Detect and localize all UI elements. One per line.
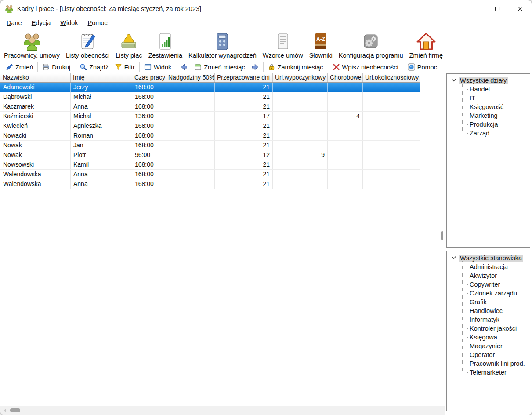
tree-item-operator[interactable]: Operator: [462, 350, 529, 359]
column-header-czas-pracy[interactable]: Czas pracy: [132, 73, 166, 82]
table-row[interactable]: NowakPiotr96:00129: [0, 150, 420, 160]
toolbar-button-zestawienia[interactable]: Zestawienia: [145, 30, 185, 59]
tree-item-akwizytor[interactable]: Akwizytor: [462, 271, 529, 280]
column-header-nadgodziny-50[interactable]: Nadgodziny 50%: [166, 73, 215, 82]
action-button-pomoc[interactable]: Pomoc: [405, 62, 440, 72]
chevron-down-icon[interactable]: [451, 77, 456, 84]
filters-sidebar: Wszystkie działyHandelITKsięgowośćMarket…: [445, 73, 532, 415]
menu-item-widok[interactable]: Widok: [55, 18, 83, 27]
cell-chorobowe: [328, 170, 363, 179]
cell-chorobowe: 4: [328, 112, 363, 121]
cell-przepracowane-dni: 21: [215, 170, 273, 179]
action-button-wpisz-nieobecności[interactable]: Wpisz nieobecności: [329, 62, 402, 72]
toolbar-button-zmień-firmę[interactable]: Zmień firmę: [406, 30, 446, 59]
cell-chorobowe: [328, 131, 363, 140]
action-label-zmień-miesiąc: Zmień miesiąc: [204, 64, 245, 71]
cell-czas-pracy: 168:00: [132, 102, 166, 111]
attendance-main: NazwiskoImięCzas pracyNadgodziny 50%Prze…: [0, 73, 445, 406]
tree-item-copywriter[interactable]: Copywriter: [462, 280, 529, 289]
action-button-znajdź[interactable]: Znajdź: [76, 62, 112, 72]
cell-chorobowe: [328, 121, 363, 131]
splitter-grip[interactable]: [441, 231, 443, 240]
action-button-zmień[interactable]: Zmień: [3, 62, 36, 72]
cell-nazwisko: Walendowska: [0, 179, 71, 189]
action-button-widok[interactable]: Widok: [141, 62, 174, 72]
table-header-row: NazwiskoImięCzas pracyNadgodziny 50%Prze…: [0, 73, 420, 83]
pen-icon: [6, 63, 13, 71]
cell-przepracowane-dni: 21: [215, 121, 273, 131]
table-row[interactable]: WalendowskaAnna168:0021: [0, 170, 420, 179]
tree-item-zarząd[interactable]: Zarząd: [462, 129, 529, 138]
cell-chorobowe: [328, 92, 363, 102]
table-row[interactable]: KwiecieńAgnieszka168:0021: [0, 121, 420, 131]
table-row[interactable]: KaźmierskiMichał136:00174: [0, 112, 420, 121]
action-button-zmień-miesiąc[interactable]: Zmień miesiąc: [191, 62, 248, 72]
tree-item-produkcja[interactable]: Produkcja: [462, 120, 529, 129]
column-header-nazwisko[interactable]: Nazwisko: [0, 73, 71, 82]
cell-imię: Michał: [71, 112, 132, 121]
toolbar-button-kalkulator-wynagrodzeń[interactable]: Kalkulator wynagrodzeń: [185, 30, 260, 59]
table-row[interactable]: DąbrowskiMichał168:0021: [0, 92, 420, 102]
menu-item-edycja[interactable]: Edycja: [27, 18, 56, 27]
toolbar-button-listy-płac[interactable]: Listy płac: [112, 30, 145, 59]
tree-item-pracownik-lini-prod[interactable]: Pracownik lini prod.: [462, 359, 529, 368]
table-row[interactable]: WalendowskaAnna168:0021: [0, 179, 420, 189]
cell-chorobowe: [328, 83, 363, 92]
tree-item-marketing[interactable]: Marketing: [462, 111, 529, 120]
arrow-right-button[interactable]: [248, 62, 262, 72]
toolbar-button-listy-obecności[interactable]: Listy obecności: [63, 30, 112, 59]
chevron-down-icon[interactable]: [451, 255, 456, 262]
tree-item-informatyk[interactable]: Informatyk: [462, 315, 529, 324]
menu-item-pomoc[interactable]: Pomoc: [83, 18, 112, 27]
tree-root-wszystkie-działy[interactable]: Wszystkie działy: [449, 76, 529, 85]
cell-imię: Jan: [71, 141, 132, 150]
column-header-url-wypoczynkowy[interactable]: Url.wypoczynkowy: [273, 73, 328, 82]
toolbar-label-słowniki: Słowniki: [309, 52, 333, 59]
tree-item-handel[interactable]: Handel: [462, 85, 529, 94]
table-row[interactable]: AdamowskiJerzy168:0021: [0, 83, 420, 92]
table-row[interactable]: KaczmarekAnna168:0021: [0, 102, 420, 112]
chart-document-icon: [155, 31, 176, 51]
column-header-imię[interactable]: Imię: [71, 73, 132, 82]
action-button-zamknij-miesiąc[interactable]: Zamknij miesiąc: [265, 62, 326, 72]
table-row[interactable]: NowakJan168:0021: [0, 141, 420, 150]
tree-item-księgowa[interactable]: Księgowa: [462, 333, 529, 342]
toolbar-button-słowniki[interactable]: A-ZSłowniki: [306, 30, 336, 59]
tree-item-handlowiec[interactable]: Handlowiec: [462, 306, 529, 315]
action-button-filtr[interactable]: Filtr: [112, 62, 138, 72]
column-header-przepracowane-dni[interactable]: Przepracowane dni: [215, 73, 273, 82]
tree-item-kontroler-jakości[interactable]: Kontroler jakości: [462, 324, 529, 333]
cell-nadgodziny-50: [166, 141, 215, 150]
tree-item-telemarketer[interactable]: Telemarketer: [462, 368, 529, 377]
horizontal-scrollbar[interactable]: [0, 406, 445, 415]
maximize-button[interactable]: [486, 0, 509, 17]
cell-nadgodziny-50: [166, 170, 215, 179]
column-header-chorobowe[interactable]: Chorobowe: [328, 73, 363, 82]
tree-root-wszystkie-stanowiska[interactable]: Wszystkie stanowiska: [449, 253, 529, 262]
table-row[interactable]: NowsowskiKamil168:0021: [0, 160, 420, 170]
action-button-drukuj[interactable]: Drukuj: [39, 62, 73, 72]
arrow-left-button[interactable]: [177, 62, 191, 72]
toolbar-button-pracownicy-umowy[interactable]: Pracownicy, umowy: [1, 30, 63, 59]
close-button[interactable]: [509, 0, 532, 17]
toolbar-button-konfiguracja-programu[interactable]: Konfiguracja programu: [336, 30, 406, 59]
menu-item-dane[interactable]: Dane: [2, 18, 27, 27]
tree-item-magazynier[interactable]: Magazynier: [462, 342, 529, 350]
tree-item-członek-zarządu[interactable]: Członek zarządu: [462, 289, 529, 298]
vertical-splitter[interactable]: [439, 73, 445, 406]
cell-nazwisko: Nowak: [0, 150, 71, 160]
table-row[interactable]: NowackiRoman168:0021: [0, 131, 420, 141]
tree-item-administracja[interactable]: Administracja: [462, 262, 529, 271]
column-header-url-okolicznościowy[interactable]: Url.okolicznościowy: [363, 73, 420, 82]
horizontal-scrollbar-thumb[interactable]: [10, 408, 20, 412]
cell-chorobowe: [328, 141, 363, 150]
toolbar-button-wzorce-umów[interactable]: Wzorce umów: [260, 30, 306, 59]
content-area: NazwiskoImięCzas pracyNadgodziny 50%Prze…: [0, 73, 532, 415]
tree-item-it[interactable]: IT: [462, 94, 529, 102]
tree-item-księgowość[interactable]: Księgowość: [462, 102, 529, 111]
tree-item-grafik[interactable]: Grafik: [462, 298, 529, 306]
calendar-icon: [194, 63, 202, 71]
cell-czas-pracy: 168:00: [132, 83, 166, 92]
minimize-button[interactable]: [463, 0, 486, 17]
cell-imię: Michał: [71, 92, 132, 102]
